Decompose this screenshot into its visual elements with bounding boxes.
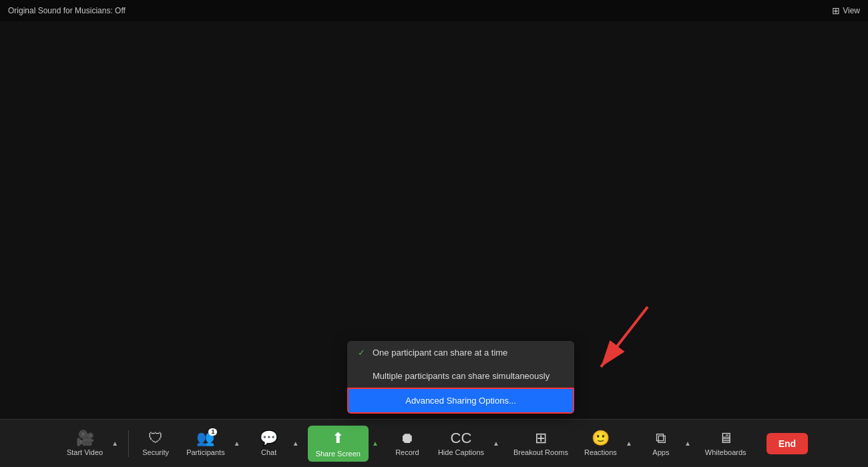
one-participant-label: One participant can share at a time [373,348,507,358]
chat-icon: 💬 [260,431,278,446]
toolbar: 🎥 Start Video ▲ 🛡 Security 👥1 Participan… [0,419,868,467]
chat-group: 💬 Chat ▲ [248,427,304,460]
grid-icon: ⊞ [832,5,840,16]
apps-group: ⧉ Apps ▲ [640,427,696,460]
participants-icon-wrap: 👥1 [196,431,214,446]
breakout-rooms-label: Breakout Rooms [513,448,568,456]
whiteboards-group: 🖥 Whiteboards [698,427,753,460]
apps-chevron[interactable]: ▲ [681,430,694,457]
separator-1 [128,430,129,457]
top-bar: Original Sound for Musicians: Off ⊞ View [0,0,868,21]
security-icon: 🛡 [148,431,163,446]
start-video-chevron[interactable]: ▲ [108,430,122,457]
record-group: ⏺ Record [386,427,429,460]
hide-captions-button[interactable]: CC Hide Captions [433,427,489,460]
original-sound-label: Original Sound for Musicians: Off [8,6,126,15]
whiteboards-button[interactable]: 🖥 Whiteboards [700,427,752,460]
reactions-label: Reactions [584,448,617,456]
share-screen-label: Share Screen [316,450,361,458]
share-screen-group: ⬆ Share Screen ▲ [306,426,383,462]
reactions-chevron[interactable]: ▲ [622,430,636,457]
whiteboards-icon: 🖥 [718,431,733,446]
record-icon: ⏺ [400,431,415,446]
share-screen-button[interactable]: ⬆ Share Screen [308,426,369,462]
end-label: End [779,438,796,449]
participants-button[interactable]: 👥1 Participants [181,427,230,460]
advanced-sharing-options-button[interactable]: Advanced Sharing Options... [347,388,574,414]
hide-captions-label: Hide Captions [438,448,484,456]
reactions-button[interactable]: 🙂 Reactions [579,427,622,460]
chat-label: Chat [261,448,276,456]
multiple-participants-option[interactable]: Multiple participants can share simultan… [347,364,574,388]
share-screen-chevron[interactable]: ▲ [369,430,382,457]
reactions-group: 🙂 Reactions ▲ [578,427,637,460]
view-label: View [843,6,860,15]
participants-group: 👥1 Participants ▲ [180,427,244,460]
chat-button[interactable]: 💬 Chat [249,427,289,460]
record-label: Record [395,448,419,456]
start-video-button[interactable]: 🎥 Start Video [61,427,108,460]
chat-chevron[interactable]: ▲ [289,430,302,457]
video-off-icon: 🎥 [76,431,94,446]
view-button[interactable]: ⊞ View [832,5,860,16]
captions-icon: CC [451,431,472,446]
apps-button[interactable]: ⧉ Apps [641,427,681,460]
participants-icon: 👥1 [196,431,214,446]
one-participant-option[interactable]: One participant can share at a time [347,341,574,364]
apps-icon: ⧉ [656,431,666,446]
participants-label: Participants [186,448,224,456]
record-button[interactable]: ⏺ Record [387,427,427,460]
breakout-rooms-group: ⊞ Breakout Rooms [507,427,575,460]
participant-count-badge: 1 [208,428,217,436]
share-options-popup: One participant can share at a time Mult… [347,341,574,414]
security-group: 🛡 Security [134,427,177,460]
participants-chevron[interactable]: ▲ [230,430,244,457]
advanced-sharing-label: Advanced Sharing Options... [405,396,516,406]
security-label: Security [142,448,169,456]
security-button[interactable]: 🛡 Security [136,427,176,460]
reactions-icon: 🙂 [592,431,610,446]
captions-chevron[interactable]: ▲ [489,430,503,457]
start-video-label: Start Video [67,448,103,456]
share-screen-icon: ⬆ [332,430,344,447]
hide-captions-group: CC Hide Captions ▲ [431,427,504,460]
breakout-rooms-button[interactable]: ⊞ Breakout Rooms [508,427,574,460]
breakout-rooms-icon: ⊞ [535,431,547,446]
start-video-group: 🎥 Start Video ▲ [60,427,123,460]
multiple-participants-label: Multiple participants can share simultan… [373,371,550,381]
whiteboards-label: Whiteboards [705,448,746,456]
end-button[interactable]: End [767,433,808,454]
apps-label: Apps [652,448,669,456]
